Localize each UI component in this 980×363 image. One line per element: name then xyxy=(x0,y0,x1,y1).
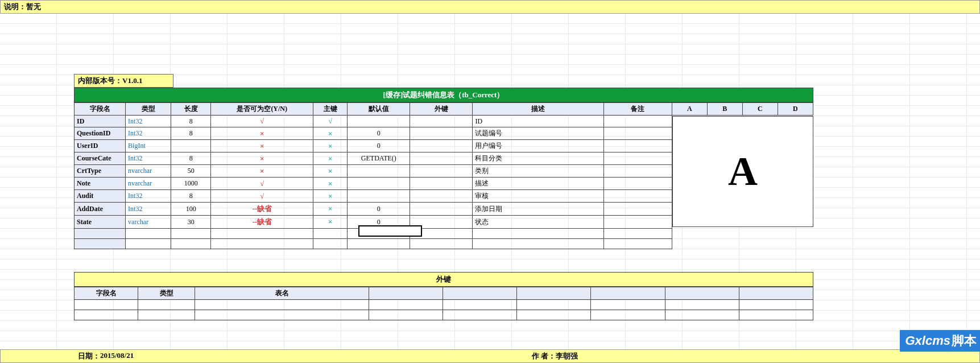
cell-field[interactable]: Audit xyxy=(75,190,126,203)
cell-type[interactable]: Int32 xyxy=(126,190,171,203)
header-nullable: 是否可为空(Y/N) xyxy=(211,103,313,116)
cell-nullable[interactable]: √ xyxy=(211,116,313,127)
footer-author-label: 作 者： xyxy=(532,351,556,361)
cell-field[interactable]: CourseCate xyxy=(75,152,126,165)
fk-row[interactable] xyxy=(75,310,813,320)
cell-remark[interactable] xyxy=(603,216,672,229)
cell-fk[interactable] xyxy=(410,216,473,229)
top-description-bar: 说明： 暂无 xyxy=(0,0,980,14)
cell-remark[interactable] xyxy=(603,178,672,190)
cell-field[interactable]: AddDate xyxy=(75,203,126,216)
cell-length[interactable]: 100 xyxy=(171,203,211,216)
cell-desc[interactable]: 状态 xyxy=(473,216,603,229)
cell-pk[interactable]: × xyxy=(313,165,348,178)
cell-fk[interactable] xyxy=(410,152,473,165)
cell-remark[interactable] xyxy=(603,165,672,178)
cell-type[interactable]: Int32 xyxy=(126,116,171,127)
cell-default[interactable] xyxy=(348,165,410,178)
cell-default[interactable]: GETDATE() xyxy=(348,152,410,165)
cell-nullable[interactable]: × xyxy=(211,152,313,165)
cell-field[interactable]: UserID xyxy=(75,140,126,152)
cell-desc[interactable]: 用户编号 xyxy=(473,140,603,152)
cell-remark[interactable] xyxy=(603,203,672,216)
cell-length[interactable]: 8 xyxy=(171,116,211,127)
cell-pk[interactable]: × xyxy=(313,203,348,216)
fk-table[interactable]: 字段名 类型 表名 xyxy=(74,287,813,320)
top-description-value: 暂无 xyxy=(26,2,41,12)
cell-remark[interactable] xyxy=(603,140,672,152)
version-label: 内部版本号： xyxy=(78,76,122,85)
cell-nullable[interactable]: × xyxy=(211,165,313,178)
cell-remark[interactable] xyxy=(603,152,672,165)
cell-type[interactable]: BigInt xyxy=(126,140,171,152)
cell-pk[interactable]: × xyxy=(313,216,348,229)
header-c: C xyxy=(742,103,778,116)
cell-nullable[interactable]: √ xyxy=(211,190,313,203)
cell-pk[interactable]: × xyxy=(313,152,348,165)
cell-desc[interactable]: 试题编号 xyxy=(473,127,603,140)
cell-length[interactable]: 50 xyxy=(171,165,211,178)
cell-default[interactable]: 0 xyxy=(348,140,410,152)
table-row[interactable] xyxy=(75,239,813,249)
cell-remark[interactable] xyxy=(603,190,672,203)
footer-bar: 日期： 2015/08/21 作 者： 李朝强 xyxy=(0,349,980,363)
cell-default[interactable] xyxy=(348,190,410,203)
cell-fk[interactable] xyxy=(410,203,473,216)
cell-fk[interactable] xyxy=(410,116,473,127)
spreadsheet-area[interactable]: 内部版本号：V1.0.1 [缓存]试题纠错信息表（tb_Correct） 字段名… xyxy=(0,14,980,363)
cell-length[interactable]: 8 xyxy=(171,190,211,203)
cell-desc[interactable]: ID xyxy=(473,116,603,127)
cell-fk[interactable] xyxy=(410,140,473,152)
cell-type[interactable]: nvarchar xyxy=(126,178,171,190)
cell-field[interactable]: QuestionID xyxy=(75,127,126,140)
cell-default[interactable]: 0 xyxy=(348,216,410,229)
cell-length[interactable]: 8 xyxy=(171,152,211,165)
cell-fk[interactable] xyxy=(410,165,473,178)
cell-pk[interactable]: × xyxy=(313,190,348,203)
cell-nullable[interactable]: √ xyxy=(211,178,313,190)
cell-pk[interactable]: × xyxy=(313,127,348,140)
table-row[interactable] xyxy=(75,229,813,239)
cell-default[interactable]: 0 xyxy=(348,127,410,140)
cell-default[interactable] xyxy=(348,116,410,127)
cell-default[interactable] xyxy=(348,178,410,190)
cell-desc[interactable]: 审核 xyxy=(473,190,603,203)
preview-letter-box: A xyxy=(672,116,813,227)
cell-field[interactable]: ID xyxy=(75,116,126,127)
cell-type[interactable]: Int32 xyxy=(126,203,171,216)
cell-fk[interactable] xyxy=(410,127,473,140)
cell-type[interactable]: Int32 xyxy=(126,127,171,140)
fk-header-table: 表名 xyxy=(195,287,369,300)
cell-type[interactable]: varchar xyxy=(126,216,171,229)
cell-nullable[interactable]: × xyxy=(211,127,313,140)
cell-pk[interactable]: √ xyxy=(313,116,348,127)
cell-desc[interactable]: 类别 xyxy=(473,165,603,178)
cell-length[interactable]: 8 xyxy=(171,127,211,140)
cell-desc[interactable]: 描述 xyxy=(473,178,603,190)
cell-nullable[interactable]: --缺省 xyxy=(211,216,313,229)
cell-desc[interactable]: 添加日期 xyxy=(473,203,603,216)
cell-type[interactable]: Int32 xyxy=(126,152,171,165)
cell-field[interactable]: State xyxy=(75,216,126,229)
cell-pk[interactable]: × xyxy=(313,178,348,190)
header-fk: 外键 xyxy=(410,103,473,116)
cell-fk[interactable] xyxy=(410,190,473,203)
header-length: 长度 xyxy=(171,103,211,116)
cell-remark[interactable] xyxy=(603,127,672,140)
cell-nullable[interactable]: × xyxy=(211,140,313,152)
cell-fk[interactable] xyxy=(410,178,473,190)
cell-length[interactable]: 1000 xyxy=(171,178,211,190)
fk-row[interactable] xyxy=(75,300,813,310)
cell-remark[interactable] xyxy=(603,116,672,127)
version-cell[interactable]: 内部版本号：V1.0.1 xyxy=(74,74,173,88)
cell-length[interactable]: 30 xyxy=(171,216,211,229)
cell-default[interactable]: 0 xyxy=(348,203,410,216)
cell-field[interactable]: CrtType xyxy=(75,165,126,178)
header-remark: 备注 xyxy=(603,103,672,116)
cell-field[interactable]: Note xyxy=(75,178,126,190)
cell-length[interactable] xyxy=(171,140,211,152)
cell-type[interactable]: nvarchar xyxy=(126,165,171,178)
cell-pk[interactable]: × xyxy=(313,140,348,152)
cell-desc[interactable]: 科目分类 xyxy=(473,152,603,165)
cell-nullable[interactable]: --缺省 xyxy=(211,203,313,216)
